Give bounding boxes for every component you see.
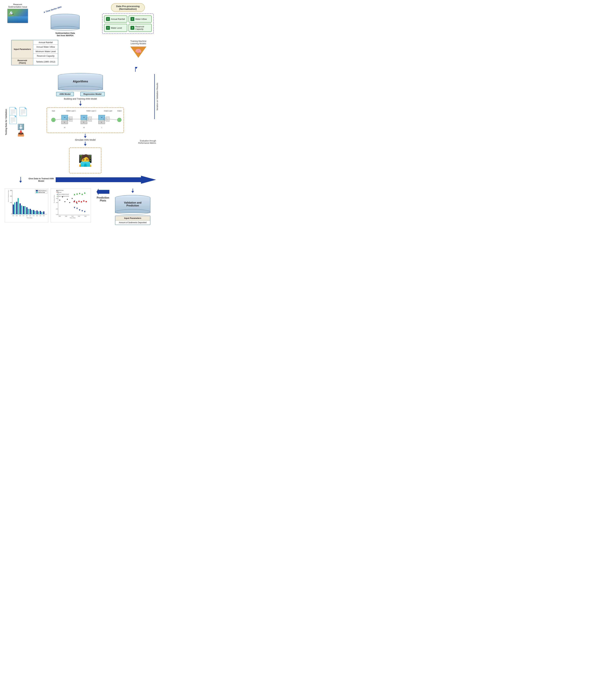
give-data-big-arrow [56, 176, 156, 184]
ann-svg: Input Hidden Layer 1 Hidden Layer 2 Outp… [49, 110, 123, 130]
bottom-params-box: Input Parameters Amount of Sediments Dep… [115, 216, 150, 225]
svg-text:1: 1 [101, 127, 102, 128]
card-label-inflow: Water Inflow [135, 18, 147, 20]
svg-rect-65 [43, 211, 45, 214]
funnel-shape: 🧠 [130, 47, 146, 58]
excel-card-capacity: X Reservoir Capacity [129, 24, 152, 32]
svg-marker-104 [74, 194, 75, 195]
excel-icon-1: X [106, 17, 110, 21]
svg-text:2030: 2030 [84, 216, 86, 217]
svg-text:Output Layer: Output Layer [104, 110, 112, 112]
excel-card-waterlevel: X Water Level [104, 24, 127, 32]
give-data-row: Give Data to Trained ANN Model [2, 174, 159, 185]
svg-rect-63 [40, 211, 41, 214]
svg-rect-58 [31, 210, 32, 214]
svg-rect-56 [28, 209, 29, 214]
regression-model-btn: Regression Model [80, 92, 105, 96]
svg-text:0.5: 0.5 [56, 198, 58, 199]
excel-icon-4: X [130, 26, 134, 30]
preprocessing-section: Data Pre-processing (Normalization) X An… [100, 3, 156, 34]
evaluation-label: Evaluation through Performance Metrics [137, 140, 156, 144]
iteration-label: Iteration on Validation Results [154, 74, 158, 119]
svg-text:4: 4 [53, 119, 54, 121]
svg-text:2020: 2020 [22, 215, 24, 216]
svg-text:+: + [87, 119, 88, 120]
params-ml-row: Input Parameters Annual Rainfall Annual … [2, 40, 159, 65]
svg-marker-105 [76, 193, 78, 195]
svg-text:1: 1 [119, 119, 120, 121]
validation-section: Validation and Prediction Input Paramete… [115, 189, 150, 225]
svg-rect-50 [17, 198, 19, 214]
algorithms-section: Algorithms ANN Model Regression Model [2, 72, 159, 96]
card-label-capacity: Reservoir Capacity [135, 25, 150, 30]
prediction-plots-section: Prediction Plots [93, 189, 113, 202]
svg-text:2026: 2026 [32, 215, 35, 216]
preprocessing-title: Data Pre-processing (Normalization) [111, 3, 145, 12]
algo-cylinder: Algorithms [58, 72, 103, 91]
svg-rect-64 [41, 212, 43, 214]
input-params-table: Input Parameters Annual Rainfall Annual … [11, 40, 58, 65]
svg-text:Normalized Values: Normalized Values [54, 195, 55, 203]
algo-models: ANN Model Regression Model [56, 92, 105, 96]
bar-chart-container: ANN Predictions WAPDA Data 450 300 150 0… [5, 189, 48, 222]
svg-text:-1.0: -1.0 [56, 214, 58, 215]
db-label: Sedimentation Data Set from WAPDA [55, 32, 75, 37]
param-annual-water-inflow: Annual Water Inflow [33, 45, 58, 49]
svg-text:2016: 2016 [16, 215, 17, 216]
reservoir-title: Reservoir Sedimentation Issue [8, 3, 27, 8]
algo-label: Algorithms [73, 80, 88, 83]
card-label-rainfall: Annual Rainfall [111, 18, 125, 20]
db-cylinder-section: Sedimentation Data Set from WAPDA [30, 6, 100, 37]
reservoir-years-header: Reservoir (Years) [11, 58, 33, 65]
svg-point-97 [83, 200, 84, 202]
building-ann-section: Building and Training ANN Model [2, 98, 159, 106]
prediction-plots-label: Prediction Plots [93, 196, 113, 202]
svg-marker-108 [84, 192, 85, 194]
svg-marker-102 [81, 210, 83, 212]
svg-rect-62 [38, 211, 39, 214]
svg-rect-53 [23, 206, 24, 214]
give-data-label: Give Data to Trained ANN Model [27, 177, 56, 182]
svg-text:1990: 1990 [59, 216, 61, 217]
ann-simulate-section: Input Hidden Layer 1 Hidden Layer 2 Outp… [37, 108, 134, 173]
svg-text:2014: 2014 [12, 215, 14, 216]
bottom-section: ANN Predictions WAPDA Data 450 300 150 0… [2, 189, 159, 225]
bottom-params-row1: Input Parameters [115, 216, 150, 220]
svg-text:2018: 2018 [19, 215, 21, 216]
svg-rect-89 [69, 202, 70, 203]
svg-point-95 [78, 201, 80, 202]
funnel-icon: ⬇️ [17, 124, 24, 130]
svg-text:b: b [83, 122, 84, 123]
svg-rect-60 [35, 211, 36, 214]
svg-text:45: 45 [64, 127, 65, 128]
param-reservoir-capacity: Reservoir Capacity [33, 54, 58, 58]
reservoir-image [7, 9, 28, 23]
svg-text:150: 150 [10, 202, 12, 203]
svg-text:2022: 2022 [26, 215, 28, 216]
svg-marker-103 [84, 211, 85, 212]
svg-text:2030: 2030 [40, 215, 41, 216]
svg-point-93 [73, 201, 75, 202]
svg-text:2010: 2010 [71, 216, 74, 217]
svg-text:W: W [64, 117, 65, 118]
svg-rect-59 [33, 210, 34, 214]
svg-point-98 [85, 201, 87, 202]
ml-label: Training Machine Learning Models [130, 40, 146, 45]
documents-icon: 📄📄📄 [8, 108, 34, 124]
svg-text:Hidden Layer 2: Hidden Layer 2 [86, 110, 96, 112]
svg-text:W: W [83, 117, 85, 118]
tray-icon: 📥 [17, 130, 24, 137]
bottom-params-row2: Amount of Sediments Deposited [115, 220, 150, 225]
svg-marker-106 [79, 192, 80, 194]
svg-text:450: 450 [10, 190, 12, 191]
dashed-cards-box: X Annual Rainfall X Water Inflow X Water… [102, 13, 154, 34]
svg-text:Amount of Sediments Deposited : Amount of Sediments Deposited (MST) [8, 190, 9, 202]
testing-data-label: Testing Data for Validation [5, 109, 7, 135]
svg-rect-92 [77, 203, 77, 204]
svg-rect-49 [16, 202, 17, 214]
svg-text:0.0: 0.0 [56, 202, 58, 203]
params-table-container: Input Parameters Annual Rainfall Annual … [5, 40, 72, 65]
evaluation-section: Evaluation through Performance Metrics [137, 108, 156, 144]
excel-card-inflow: X Water Inflow [129, 15, 152, 22]
svg-marker-100 [76, 208, 78, 209]
